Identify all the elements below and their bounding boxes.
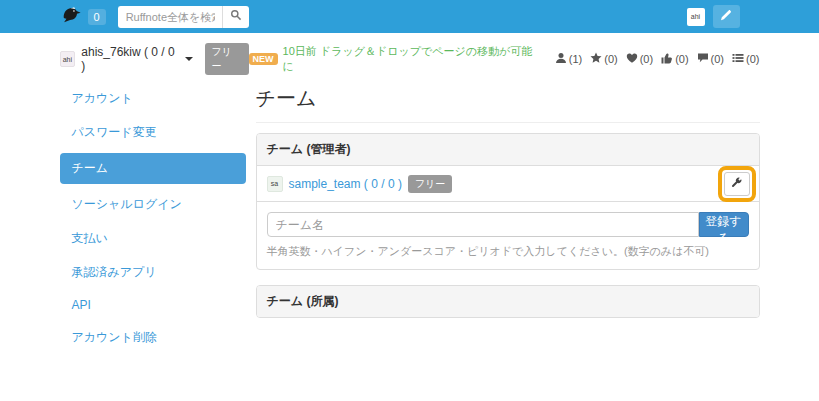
followers-stat[interactable]: (1)	[555, 52, 582, 66]
ruffnote-logo[interactable]	[60, 5, 82, 28]
stat-count: (0)	[675, 53, 688, 65]
member-panel-header: チーム (所属)	[257, 286, 759, 317]
new-badge: NEW	[249, 53, 278, 65]
notification-badge[interactable]: 0	[88, 9, 106, 25]
notes-stat[interactable]: (0)	[732, 52, 759, 66]
pencil-icon	[720, 9, 732, 24]
comments-stat[interactable]: (0)	[697, 52, 724, 66]
team-avatar: sa	[267, 176, 283, 192]
team-link[interactable]: sample_team ( 0 / 0 )	[289, 177, 402, 191]
settings-sidebar: アカウント パスワード変更 チーム ソーシャルログイン 支払い 承認済みアプリ …	[60, 85, 246, 358]
stat-count: (0)	[604, 53, 617, 65]
comment-icon	[697, 52, 711, 66]
team-name-help-text: 半角英数・ハイフン・アンダースコア・ピリオドで入力してください。(数字のみは不可…	[267, 244, 749, 259]
stat-count: (0)	[640, 53, 653, 65]
member-team-panel: チーム (所属)	[256, 285, 760, 318]
thumbs-up-stat[interactable]: (0)	[661, 52, 688, 66]
sidebar-item-account[interactable]: アカウント	[60, 85, 246, 112]
admin-team-panel: チーム (管理者) sa sample_team ( 0 / 0 ) フリー	[256, 133, 760, 270]
sidebar-item-password[interactable]: パスワード変更	[60, 119, 246, 146]
team-settings-button[interactable]	[724, 172, 750, 196]
stat-count: (0)	[746, 53, 759, 65]
bird-logo-icon	[60, 5, 82, 28]
admin-panel-header: チーム (管理者)	[257, 134, 759, 166]
star-icon	[590, 52, 604, 66]
sidebar-item-approved-apps[interactable]: 承認済みアプリ	[60, 259, 246, 286]
list-icon	[732, 52, 746, 66]
search-icon	[230, 9, 242, 24]
sidebar-item-api[interactable]: API	[60, 293, 246, 317]
search-input[interactable]	[118, 6, 222, 28]
team-plan-badge: フリー	[408, 175, 452, 193]
stat-count: (1)	[569, 53, 582, 65]
topbar: 0 ahi	[0, 0, 819, 33]
sidebar-item-team[interactable]: チーム	[60, 153, 246, 184]
sidebar-item-delete-account[interactable]: アカウント削除	[60, 324, 246, 351]
page-title: チーム	[256, 85, 760, 123]
create-team-form: 登録する 半角英数・ハイフン・アンダースコア・ピリオドで入力してください。(数字…	[257, 202, 759, 269]
heart-icon	[626, 52, 640, 66]
likes-stat[interactable]: (0)	[626, 52, 653, 66]
person-icon	[555, 52, 569, 66]
team-row: sa sample_team ( 0 / 0 ) フリー	[257, 166, 759, 202]
stat-count: (0)	[711, 53, 724, 65]
caret-down-icon[interactable]	[185, 57, 193, 61]
stars-stat[interactable]: (0)	[590, 52, 617, 66]
search-button[interactable]	[222, 6, 249, 28]
user-header-bar: ahi ahis_76kiw ( 0 / 0 ) フリー NEW 10日前 ドラ…	[60, 33, 760, 79]
thumbs-up-icon	[661, 52, 675, 66]
news-link[interactable]: 10日前 ドラッグ＆ドロップでページの移動が可能に	[283, 44, 538, 74]
team-name-input[interactable]	[267, 212, 699, 237]
username-dropdown[interactable]: ahis_76kiw ( 0 / 0 )	[81, 45, 180, 73]
user-avatar: ahi	[60, 51, 76, 67]
plan-badge: フリー	[205, 43, 249, 75]
sidebar-item-social-login[interactable]: ソーシャルログイン	[60, 191, 246, 218]
sidebar-item-payment[interactable]: 支払い	[60, 225, 246, 252]
new-page-button[interactable]	[713, 5, 740, 28]
wrench-icon	[730, 176, 743, 192]
topbar-avatar[interactable]: ahi	[687, 8, 705, 26]
register-button[interactable]: 登録する	[699, 212, 749, 237]
